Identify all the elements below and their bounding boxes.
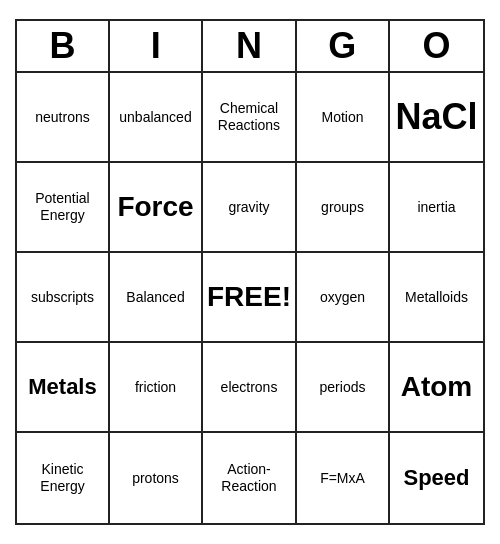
- bingo-cell: Force: [110, 163, 203, 253]
- header-letter: I: [110, 21, 203, 71]
- bingo-cell: electrons: [203, 343, 297, 433]
- bingo-card: BINGO neutronsunbalancedChemical Reactio…: [15, 19, 485, 525]
- bingo-cell: friction: [110, 343, 203, 433]
- bingo-cell: groups: [297, 163, 390, 253]
- bingo-cell: Chemical Reactions: [203, 73, 297, 163]
- bingo-cell: Kinetic Energy: [17, 433, 110, 523]
- header-letter: O: [390, 21, 483, 71]
- bingo-cell: unbalanced: [110, 73, 203, 163]
- bingo-cell: Speed: [390, 433, 483, 523]
- bingo-cell: gravity: [203, 163, 297, 253]
- bingo-cell: Metals: [17, 343, 110, 433]
- header-letter: N: [203, 21, 296, 71]
- bingo-header: BINGO: [17, 21, 483, 73]
- bingo-cell: inertia: [390, 163, 483, 253]
- bingo-cell: Action-Reaction: [203, 433, 297, 523]
- bingo-cell: Atom: [390, 343, 483, 433]
- bingo-grid: neutronsunbalancedChemical ReactionsMoti…: [17, 73, 483, 523]
- bingo-cell: F=MxA: [297, 433, 390, 523]
- bingo-cell: Potential Energy: [17, 163, 110, 253]
- bingo-cell: oxygen: [297, 253, 390, 343]
- bingo-cell: Metalloids: [390, 253, 483, 343]
- bingo-cell: neutrons: [17, 73, 110, 163]
- bingo-cell: Balanced: [110, 253, 203, 343]
- bingo-cell: periods: [297, 343, 390, 433]
- bingo-cell: Motion: [297, 73, 390, 163]
- bingo-cell: protons: [110, 433, 203, 523]
- bingo-cell: NaCl: [390, 73, 483, 163]
- bingo-cell: FREE!: [203, 253, 297, 343]
- header-letter: G: [297, 21, 390, 71]
- header-letter: B: [17, 21, 110, 71]
- bingo-cell: subscripts: [17, 253, 110, 343]
